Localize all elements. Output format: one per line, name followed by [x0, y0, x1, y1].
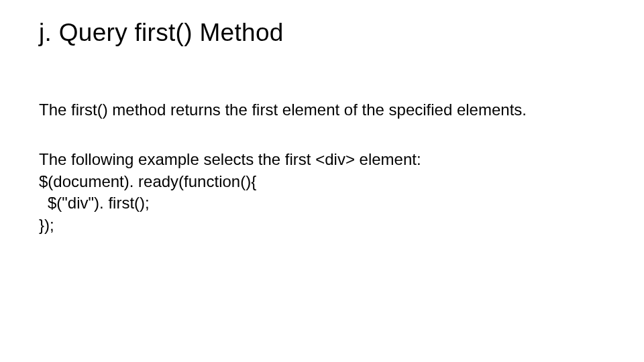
code-line-3: }); [39, 215, 605, 236]
code-line-1: $(document). ready(function(){ [39, 171, 605, 192]
description-paragraph: The first() method returns the first ele… [39, 99, 605, 121]
example-intro: The following example selects the first … [39, 149, 605, 170]
code-line-2: $("div"). first(); [39, 192, 605, 214]
slide-title: j. Query first() Method [39, 19, 605, 47]
